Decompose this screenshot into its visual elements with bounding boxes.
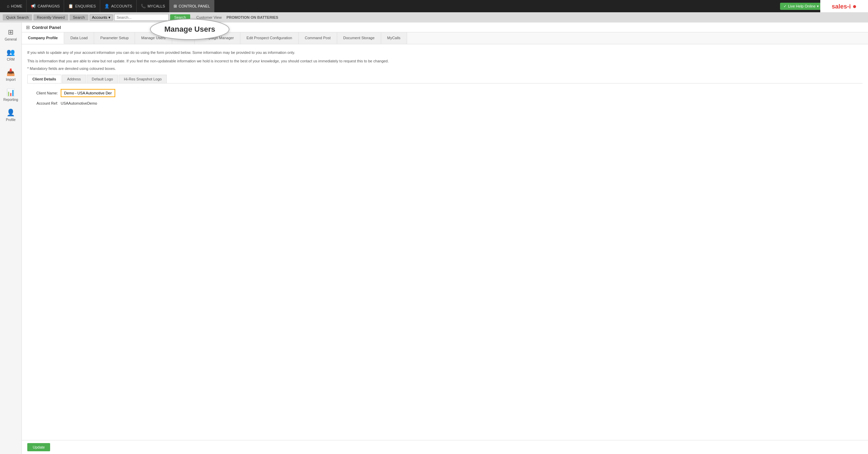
mycalls-icon: 📞 — [141, 4, 146, 9]
accounts-dropdown-label: Accounts — [92, 15, 107, 19]
nav-controlpanel[interactable]: ⊞ CONTROL PANEL — [169, 0, 214, 12]
accounts-dropdown[interactable]: Accounts ▾ — [90, 14, 113, 21]
nav-controlpanel-label: CONTROL PANEL — [179, 4, 210, 8]
logo-circle: ● — [852, 2, 856, 10]
client-name-row: Client Name: — [27, 89, 863, 97]
inner-tab-default-logo-label: Default Logo — [92, 77, 113, 81]
nav-mycalls-label: MYCALLS — [148, 4, 165, 8]
nav-accounts[interactable]: 👤 ACCOUNTS — [100, 0, 137, 12]
account-ref-label: Account Ref: — [27, 101, 58, 105]
main-tabs: Company Profile Data Load Parameter Setu… — [22, 32, 868, 44]
update-button[interactable]: Update — [27, 443, 50, 451]
general-icon: ⊞ — [8, 28, 14, 36]
campaigns-icon: 📢 — [31, 4, 36, 9]
sidebar-item-crm[interactable]: 👥 CRM — [0, 45, 21, 64]
client-name-label: Client Name: — [27, 91, 58, 95]
sidebar-crm-label: CRM — [7, 58, 15, 61]
sidebar-item-general[interactable]: ⊞ General — [0, 25, 21, 44]
inner-tabs: Client Details Address Default Logo Hi-R… — [27, 75, 863, 84]
logo-text-main: sales-i — [832, 3, 851, 10]
sidebar-reporting-label: Reporting — [3, 98, 18, 102]
nav-enquiries[interactable]: 📋 ENQUIRIES — [64, 0, 100, 12]
nav-items: ⌂ HOME 📢 CAMPAIGNS 📋 ENQUIRIES 👤 ACCOUNT… — [3, 0, 780, 12]
panel-title-icon: ⊞ — [26, 25, 30, 30]
nav-campaigns-label: CAMPAIGNS — [38, 4, 60, 8]
nav-home-label: HOME — [11, 4, 22, 8]
info-text-2: This is information that you are able to… — [27, 58, 863, 64]
top-nav: ⌂ HOME 📢 CAMPAIGNS 📋 ENQUIRIES 👤 ACCOUNT… — [0, 0, 868, 12]
sidebar-profile-label: Profile — [6, 118, 15, 122]
content-footer: Update — [22, 440, 868, 454]
nav-campaigns[interactable]: 📢 CAMPAIGNS — [27, 0, 64, 12]
sidebar-import-label: Import — [6, 78, 15, 81]
live-help-button[interactable]: ✓ Live Help Online ▾ — [780, 3, 822, 10]
tab-edit-prospect[interactable]: Edit Prospect Configuration — [240, 32, 299, 44]
tab-parameter-setup-label: Parameter Setup — [100, 36, 129, 40]
nav-mycalls[interactable]: 📞 MYCALLS — [137, 0, 169, 12]
dropdown-arrow: ▾ — [108, 15, 110, 20]
home-icon: ⌂ — [7, 4, 9, 9]
recently-viewed-tab[interactable]: Recently Viewed — [33, 14, 68, 20]
crm-icon: 👥 — [6, 48, 15, 56]
tab-mycalls-label: MyCalls — [387, 36, 401, 40]
enquiries-icon: 📋 — [68, 4, 73, 9]
tab-document-storage[interactable]: Document Storage — [337, 32, 381, 44]
panel-title-bar: ⊞ Control Panel — [22, 22, 868, 32]
quick-search-tab[interactable]: Quick Search — [3, 14, 32, 20]
main-layout: ⊞ General 👥 CRM 📥 Import 📊 Reporting 👤 P… — [0, 22, 868, 454]
sidebar-item-reporting[interactable]: 📊 Reporting — [0, 86, 21, 104]
content-body: If you wish to update any of your accoun… — [22, 44, 868, 440]
manage-users-bubble: Manage Users — [150, 19, 229, 40]
tab-command-post[interactable]: Command Post — [299, 32, 337, 44]
inner-tab-hires-label: Hi-Res Snapshot Logo — [124, 77, 162, 81]
sidebar-item-import[interactable]: 📥 Import — [0, 65, 21, 84]
nav-home[interactable]: ⌂ HOME — [3, 0, 27, 12]
content-area: ⊞ Control Panel Company Profile Data Loa… — [22, 22, 868, 454]
search-tab-btn[interactable]: Search — [70, 14, 88, 20]
accounts-icon: 👤 — [104, 4, 109, 9]
live-help-icon: ✓ — [783, 4, 787, 9]
manage-users-overlay: Manage Users — [150, 19, 229, 40]
tab-data-load[interactable]: Data Load — [64, 32, 94, 44]
nav-accounts-label: ACCOUNTS — [111, 4, 132, 8]
panel-title: Control Panel — [32, 25, 61, 30]
account-ref-row: Account Ref: USAAutomotiveDemo — [27, 101, 863, 105]
tab-command-post-label: Command Post — [305, 36, 331, 40]
sidebar-general-label: General — [5, 37, 17, 41]
account-ref-value: USAAutomotiveDemo — [61, 101, 97, 105]
mandatory-text: * Mandatory fields are denoted using col… — [27, 66, 863, 71]
live-help-arrow: ▾ — [817, 4, 819, 9]
tab-company-profile[interactable]: Company Profile — [22, 32, 64, 44]
promo-text: PROMOTION ON BATTERIES — [226, 15, 278, 19]
controlpanel-icon: ⊞ — [174, 4, 177, 9]
tab-document-storage-label: Document Storage — [343, 36, 375, 40]
left-sidebar: ⊞ General 👥 CRM 📥 Import 📊 Reporting 👤 P… — [0, 22, 22, 454]
search-bar: Quick Search Recently Viewed Search Acco… — [0, 12, 868, 22]
manage-users-label: Manage Users — [164, 25, 215, 33]
tab-company-profile-label: Company Profile — [28, 36, 58, 40]
inner-tab-hires[interactable]: Hi-Res Snapshot Logo — [119, 75, 167, 83]
reporting-icon: 📊 — [6, 88, 15, 96]
nav-enquiries-label: ENQUIRIES — [75, 4, 96, 8]
tab-data-load-label: Data Load — [70, 36, 88, 40]
logo-area: sales-i ● — [820, 0, 868, 12]
tab-mycalls[interactable]: MyCalls — [381, 32, 407, 44]
import-icon: 📥 — [6, 68, 15, 76]
info-text-1: If you wish to update any of your accoun… — [27, 50, 863, 56]
inner-tab-client-details-label: Client Details — [32, 77, 56, 81]
inner-tab-address-label: Address — [67, 77, 81, 81]
inner-tab-address[interactable]: Address — [62, 75, 86, 83]
client-name-input[interactable] — [61, 89, 115, 97]
tab-edit-prospect-label: Edit Prospect Configuration — [246, 36, 292, 40]
logo: sales-i ● — [832, 2, 856, 10]
tab-parameter-setup[interactable]: Parameter Setup — [94, 32, 135, 44]
inner-tab-default-logo[interactable]: Default Logo — [87, 75, 118, 83]
inner-tab-client-details[interactable]: Client Details — [27, 75, 61, 83]
live-help-label: Live Help Online — [788, 4, 815, 8]
profile-icon: 👤 — [6, 108, 15, 117]
sidebar-item-profile[interactable]: 👤 Profile — [0, 106, 21, 124]
